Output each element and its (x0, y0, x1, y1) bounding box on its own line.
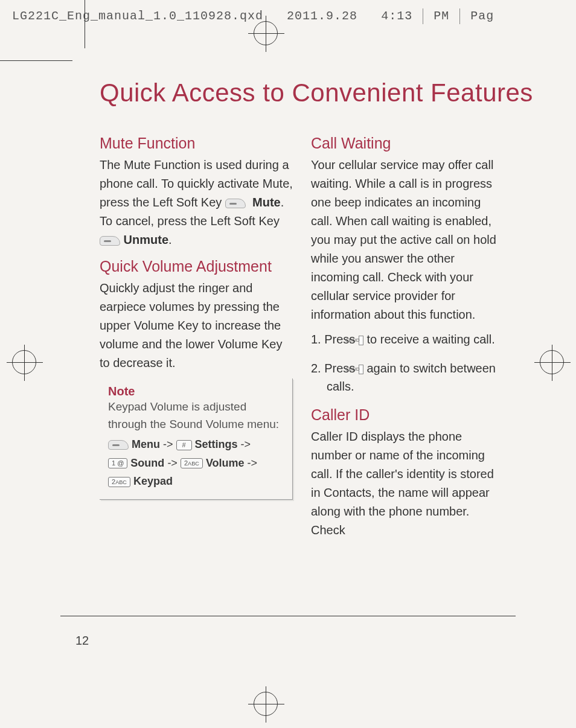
header-date: 2011.9.28 (287, 9, 357, 23)
crop-line (85, 0, 85, 48)
send-key-icon: SEND (359, 365, 363, 374)
registration-mark-icon (254, 692, 278, 716)
registration-mark-icon (12, 350, 36, 374)
call-waiting-steps: 1. Press SEND to receive a waiting call.… (311, 330, 504, 395)
heading-volume: Quick Volume Adjustment (100, 258, 293, 275)
caller-id-paragraph: Caller ID displays the phone number or n… (311, 427, 504, 540)
header-time: 4:13 (381, 9, 412, 23)
volume-paragraph: Quickly adjust the ringer and earpiece v… (100, 279, 293, 372)
file-header: LG221C_Eng_manual_1.0_110928.qxd 2011.9.… (0, 6, 576, 27)
left-soft-key-icon (100, 236, 120, 246)
heading-mute: Mute Function (100, 135, 293, 152)
call-waiting-paragraph: Your cellular service may offer call wai… (311, 156, 504, 324)
registration-mark-icon (540, 350, 564, 374)
header-filename: LG221C_Eng_manual_1.0_110928.qxd (12, 9, 263, 23)
page-title: Quick Access to Convenient Features (100, 78, 533, 107)
menu-path: Menu -> # Settings -> 1 @ Sound -> 2ABC … (108, 435, 284, 491)
content-area: Mute Function The Mute Function is used … (100, 130, 504, 540)
hash-key-icon: # (176, 440, 192, 450)
note-text: Keypad Volume is adjusted through the So… (108, 398, 284, 433)
left-column: Mute Function The Mute Function is used … (100, 130, 293, 540)
one-key-icon: 1 @ (108, 458, 127, 468)
send-key-icon: SEND (359, 336, 363, 345)
footer-rule (60, 616, 516, 616)
left-soft-key-icon (108, 440, 129, 450)
right-column: Call Waiting Your cellular service may o… (311, 130, 504, 540)
step-1: 1. Press SEND to receive a waiting call. (311, 330, 504, 348)
crop-line (0, 60, 72, 61)
step-2: 2. Press SEND again to switch between ca… (311, 359, 504, 395)
note-box: Note Keypad Volume is adjusted through t… (100, 378, 293, 500)
heading-caller-id: Caller ID (311, 406, 504, 424)
two-key-icon: 2ABC (181, 458, 203, 468)
left-soft-key-icon (225, 199, 246, 208)
heading-call-waiting: Call Waiting (311, 135, 504, 152)
header-page-label: Pag (470, 9, 494, 23)
note-title: Note (108, 385, 284, 398)
mute-paragraph: The Mute Function is used during a phone… (100, 156, 293, 249)
page-number: 12 (75, 634, 89, 648)
header-ampm: PM (434, 9, 449, 23)
registration-mark-icon (254, 21, 278, 45)
two-key-icon: 2ABC (108, 477, 130, 487)
